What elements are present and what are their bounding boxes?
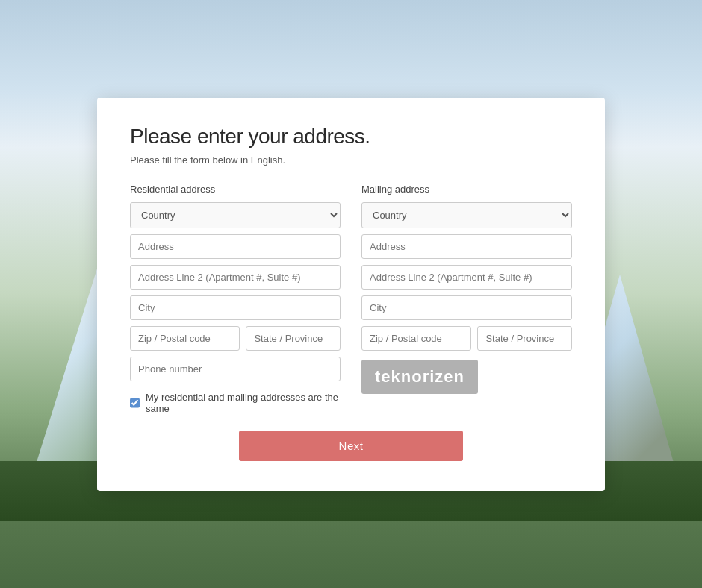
residential-state-input[interactable] [246, 326, 341, 351]
mailing-address-group [361, 234, 572, 259]
residential-address-group [130, 234, 341, 259]
next-button-row: Next [130, 431, 572, 461]
residential-address-input[interactable] [130, 234, 341, 259]
mailing-column: Mailing address Country United States Un… [361, 184, 572, 414]
residential-zip-state-row [130, 326, 341, 351]
mailing-address-input[interactable] [361, 234, 572, 259]
residential-country-select[interactable]: Country United States United Kingdom Can… [130, 202, 341, 228]
residential-country-group: Country United States United Kingdom Can… [130, 202, 341, 228]
mailing-city-group [361, 295, 572, 320]
watermark-text: teknorizen [361, 360, 478, 394]
same-address-label[interactable]: My residential and mailing addresses are… [146, 392, 341, 414]
mailing-country-select[interactable]: Country United States United Kingdom Can… [361, 202, 572, 228]
same-address-row: My residential and mailing addresses are… [130, 392, 341, 414]
mailing-state-input[interactable] [477, 326, 572, 351]
form-columns: Residential address Country United State… [130, 184, 572, 414]
mailing-zip-state-row [361, 326, 572, 351]
residential-section-label: Residential address [130, 184, 341, 195]
residential-city-input[interactable] [130, 295, 341, 320]
mailing-address2-group [361, 265, 572, 290]
next-button[interactable]: Next [239, 431, 463, 461]
residential-phone-group [130, 357, 341, 381]
residential-address2-group [130, 265, 341, 290]
residential-phone-input[interactable] [130, 357, 341, 381]
mailing-address2-input[interactable] [361, 265, 572, 290]
residential-column: Residential address Country United State… [130, 184, 341, 414]
mailing-section-label: Mailing address [361, 184, 572, 195]
residential-address2-input[interactable] [130, 265, 341, 290]
same-address-checkbox[interactable] [130, 398, 140, 408]
mailing-city-input[interactable] [361, 295, 572, 320]
residential-city-group [130, 295, 341, 320]
mailing-country-group: Country United States United Kingdom Can… [361, 202, 572, 228]
form-title: Please enter your address. [130, 125, 572, 148]
address-form-card: Please enter your address. Please fill t… [97, 98, 605, 491]
residential-zip-input[interactable] [130, 326, 240, 351]
mailing-zip-input[interactable] [361, 326, 471, 351]
form-subtitle: Please fill the form below in English. [130, 154, 572, 166]
